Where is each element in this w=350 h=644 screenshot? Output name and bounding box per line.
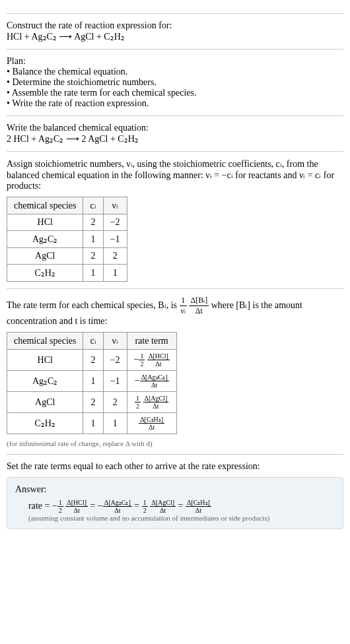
rate-expression: rate = −12 Δ[HCl]Δt = −Δ[Ag₂C₂]Δt = 12 Δ…	[15, 499, 335, 514]
answer-label: Answer:	[15, 484, 335, 495]
plan-item: • Assemble the rate term for each chemic…	[7, 88, 343, 98]
infinitesimal-note: (for infinitesimal rate of change, repla…	[7, 439, 343, 447]
cell-species: C₂H₂	[7, 265, 83, 282]
table-row: C₂H₂ 1 1 Δ[C₂H₂]Δt	[7, 413, 177, 434]
balanced-title: Write the balanced chemical equation:	[7, 123, 343, 133]
answer-box: Answer: rate = −12 Δ[HCl]Δt = −Δ[Ag₂C₂]Δ…	[7, 477, 343, 529]
cell-v: −1	[103, 371, 127, 392]
col-header: cᵢ	[83, 333, 103, 350]
cell-rate: −12 Δ[HCl]Δt	[127, 350, 176, 371]
final-section: Set the rate terms equal to each other t…	[7, 454, 343, 529]
table-row: C₂H₂ 1 1	[7, 265, 127, 282]
rate-term-section: The rate term for each chemical species,…	[7, 288, 343, 447]
table-header-row: chemical species cᵢ νᵢ rate term	[7, 333, 177, 350]
table-row: AgCl 2 2 12 Δ[AgCl]Δt	[7, 392, 177, 413]
cell-v: −2	[103, 350, 127, 371]
rate-term-text: The rate term for each chemical species,…	[7, 296, 343, 327]
table-row: Ag₂C₂ 1 −1	[7, 231, 127, 248]
cell-v: 2	[103, 248, 127, 265]
cell-rate: 12 Δ[AgCl]Δt	[127, 392, 176, 413]
col-header: chemical species	[7, 197, 83, 214]
plan-item: • Balance the chemical equation.	[7, 67, 343, 77]
cell-v: 2	[103, 392, 127, 413]
table-row: HCl 2 −2 −12 Δ[HCl]Δt	[7, 350, 177, 371]
cell-rate: Δ[C₂H₂]Δt	[127, 413, 176, 434]
balanced-section: Write the balanced chemical equation: 2 …	[7, 115, 343, 145]
answer-note: (assuming constant volume and no accumul…	[15, 514, 335, 522]
cell-species: HCl	[7, 214, 83, 231]
plan-title: Plan:	[7, 56, 343, 67]
cell-species: AgCl	[7, 248, 83, 265]
cell-c: 2	[83, 392, 103, 413]
cell-c: 1	[83, 413, 103, 434]
cell-c: 2	[83, 248, 103, 265]
prompt-text: Construct the rate of reaction expressio…	[7, 20, 343, 31]
rate-term-text-a: The rate term for each chemical species,…	[7, 300, 180, 310]
cell-v: −2	[103, 214, 127, 231]
frac-dBi-dt: Δ[Bᵢ]Δt	[189, 296, 209, 316]
cell-v: 1	[103, 413, 127, 434]
cell-species: Ag₂C₂	[7, 231, 83, 248]
table-row: AgCl 2 2	[7, 248, 127, 265]
plan-item: • Determine the stoichiometric numbers.	[7, 77, 343, 88]
cell-species: C₂H₂	[7, 413, 83, 434]
header-section: Construct the rate of reaction expressio…	[7, 13, 343, 42]
col-header: cᵢ	[83, 197, 103, 214]
cell-rate: −Δ[Ag₂C₂]Δt	[127, 371, 176, 392]
assign-text: Assign stoichiometric numbers, νᵢ, using…	[7, 158, 343, 191]
cell-c: 2	[83, 350, 103, 371]
frac-1-over-nu: 1νᵢ	[180, 296, 187, 316]
rate-term-table: chemical species cᵢ νᵢ rate term HCl 2 −…	[7, 332, 177, 434]
col-header: νᵢ	[103, 333, 127, 350]
col-header: chemical species	[7, 333, 83, 350]
col-header: rate term	[127, 333, 176, 350]
plan-item: • Write the rate of reaction expression.	[7, 98, 343, 109]
assign-section: Assign stoichiometric numbers, νᵢ, using…	[7, 151, 343, 282]
cell-v: −1	[103, 231, 127, 248]
cell-species: Ag₂C₂	[7, 371, 83, 392]
cell-v: 1	[103, 265, 127, 282]
cell-species: HCl	[7, 350, 83, 371]
col-header: νᵢ	[103, 197, 127, 214]
cell-c: 2	[83, 214, 103, 231]
table-header-row: chemical species cᵢ νᵢ	[7, 197, 127, 214]
balanced-equation: 2 HCl + Ag₂C₂ ⟶ 2 AgCl + C₂H₂	[7, 133, 343, 145]
cell-c: 1	[83, 231, 103, 248]
cell-species: AgCl	[7, 392, 83, 413]
stoich-table: chemical species cᵢ νᵢ HCl 2 −2 Ag₂C₂ 1 …	[7, 197, 127, 282]
cell-c: 1	[83, 371, 103, 392]
plan-section: Plan: • Balance the chemical equation. •…	[7, 49, 343, 109]
table-row: HCl 2 −2	[7, 214, 127, 231]
unbalanced-equation: HCl + Ag₂C₂ ⟶ AgCl + C₂H₂	[7, 31, 343, 42]
table-row: Ag₂C₂ 1 −1 −Δ[Ag₂C₂]Δt	[7, 371, 177, 392]
cell-c: 1	[83, 265, 103, 282]
final-title: Set the rate terms equal to each other t…	[7, 461, 343, 472]
